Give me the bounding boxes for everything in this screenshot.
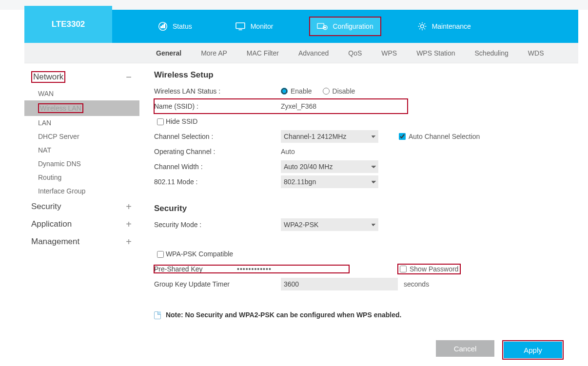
ssid-label: Name (SSID) : <box>154 102 281 110</box>
nav-monitor[interactable]: Monitor <box>228 17 280 36</box>
hide-ssid-label: Hide SSID <box>166 117 197 125</box>
operating-channel-label: Operating Channel : <box>154 148 281 155</box>
tab-wps[interactable]: WPS <box>381 49 397 57</box>
nav-maintenance[interactable]: Maintenance <box>411 17 478 36</box>
sidebar-item-ddns[interactable]: Dynamic DNS <box>24 157 139 171</box>
show-password-label: Show Password <box>410 265 458 273</box>
enable-label: Enable <box>291 87 312 95</box>
wlan-disable-radio[interactable] <box>323 88 330 95</box>
sidebar-item-wireless-lan[interactable]: Wireless LAN <box>24 100 139 116</box>
brand-tab[interactable]: LTE3302 <box>24 6 112 43</box>
show-password-checkbox[interactable] <box>400 266 407 272</box>
channel-selection-label: Channel Selection : <box>154 133 281 140</box>
sidebar-management-label: Management <box>31 237 79 247</box>
sidebar-security-label: Security <box>31 202 61 212</box>
cancel-button[interactable]: Cancel <box>436 340 494 357</box>
security-mode-label: Security Mode : <box>154 221 281 229</box>
nav-configuration[interactable]: Configuration <box>309 17 381 36</box>
channel-width-label: Channel Width : <box>154 163 281 171</box>
security-heading: Security <box>154 204 564 213</box>
tab-qos[interactable]: QoS <box>348 49 362 57</box>
gkt-input[interactable] <box>281 278 398 290</box>
gkt-label: Group Key Update Timer <box>154 280 281 288</box>
sidebar: Network − WAN Wireless LAN LAN DHCP Serv… <box>24 63 139 366</box>
nav-status-label: Status <box>173 22 192 30</box>
sidebar-item-lan[interactable]: LAN <box>24 116 139 130</box>
maintenance-icon <box>417 21 427 31</box>
top-nav: Status Monitor Configuration Maintenance <box>112 10 478 43</box>
sidebar-item-wan[interactable]: WAN <box>24 87 139 100</box>
sidebar-group-security[interactable]: Security + <box>24 198 139 215</box>
top-bar: LTE3302 Status Monitor Configuration Mai… <box>24 10 578 43</box>
svg-rect-2 <box>162 25 163 28</box>
tab-general[interactable]: General <box>156 49 181 57</box>
main-panel: Wireless Setup Wireless LAN Status : Ena… <box>139 63 578 366</box>
expand-icon: + <box>126 237 132 247</box>
nav-maintenance-label: Maintenance <box>432 22 471 30</box>
note-text: Note: No Security and WPA2-PSK can be co… <box>166 311 402 319</box>
sidebar-item-routing[interactable]: Routing <box>24 171 139 184</box>
monitor-icon <box>235 22 246 31</box>
nav-configuration-label: Configuration <box>333 22 373 30</box>
psk-label: Pre-Shared Key <box>154 265 237 273</box>
sidebar-group-network[interactable]: Network − <box>24 67 139 87</box>
svg-rect-1 <box>161 26 162 28</box>
tab-wds[interactable]: WDS <box>528 49 544 57</box>
tab-mac-filter[interactable]: MAC Filter <box>247 49 279 57</box>
operating-channel-value: Auto <box>281 148 295 155</box>
security-mode-select[interactable]: WPA2-PSK <box>281 218 378 231</box>
auto-channel-checkbox[interactable] <box>399 133 406 140</box>
footer-actions: Cancel Apply <box>436 340 564 360</box>
mode-select[interactable]: 802.11bgn <box>281 175 378 188</box>
channel-selection-select[interactable]: Channel-1 2412MHz <box>281 130 378 143</box>
mode-label: 802.11 Mode : <box>154 178 281 186</box>
status-icon <box>158 21 168 31</box>
tab-scheduling[interactable]: Scheduling <box>475 49 509 57</box>
wlan-status-label: Wireless LAN Status : <box>154 87 281 95</box>
auto-channel-label: Auto Channel Selection <box>409 133 480 140</box>
sidebar-group-application[interactable]: Application + <box>24 215 139 233</box>
disable-label: Disable <box>333 87 355 95</box>
channel-width-select[interactable]: Auto 20/40 MHz <box>281 160 378 173</box>
sidebar-item-ifgroup[interactable]: Interface Group <box>24 184 139 198</box>
svg-rect-3 <box>164 24 165 28</box>
tab-more-ap[interactable]: More AP <box>201 49 227 57</box>
ssid-value[interactable]: Zyxel_F368 <box>281 102 316 110</box>
wlan-enable-radio[interactable] <box>281 88 288 95</box>
collapse-icon: − <box>126 72 132 82</box>
psk-value[interactable]: •••••••••••• <box>237 265 272 273</box>
wps-note: Note: No Security and WPA2-PSK can be co… <box>154 311 564 319</box>
svg-point-9 <box>420 25 424 28</box>
expand-icon: + <box>126 202 132 212</box>
sidebar-group-management[interactable]: Management + <box>24 233 139 250</box>
wpa-psk-compatible-label: WPA-PSK Compatible <box>166 250 233 258</box>
nav-monitor-label: Monitor <box>251 22 274 30</box>
wireless-setup-heading: Wireless Setup <box>154 70 564 80</box>
configuration-icon <box>317 22 328 31</box>
nav-status[interactable]: Status <box>151 17 199 36</box>
wpa-psk-compatible-checkbox[interactable] <box>157 251 164 258</box>
tab-wps-station[interactable]: WPS Station <box>416 49 455 57</box>
note-icon <box>154 311 161 319</box>
gkt-unit: seconds <box>404 280 429 288</box>
sidebar-application-label: Application <box>31 219 72 229</box>
sub-tabs: General More AP MAC Filter Advanced QoS … <box>24 43 578 63</box>
brand-label: LTE3302 <box>52 19 85 29</box>
sidebar-wlan-label: Wireless LAN <box>40 104 81 112</box>
hide-ssid-checkbox[interactable] <box>157 118 164 125</box>
sidebar-network-label: Network <box>33 72 63 82</box>
sidebar-item-dhcp[interactable]: DHCP Server <box>24 130 139 143</box>
tab-advanced[interactable]: Advanced <box>298 49 329 57</box>
svg-point-8 <box>325 27 326 28</box>
svg-rect-4 <box>236 23 245 29</box>
apply-button[interactable]: Apply <box>504 342 562 358</box>
expand-icon: + <box>126 219 132 229</box>
sidebar-item-nat[interactable]: NAT <box>24 143 139 157</box>
